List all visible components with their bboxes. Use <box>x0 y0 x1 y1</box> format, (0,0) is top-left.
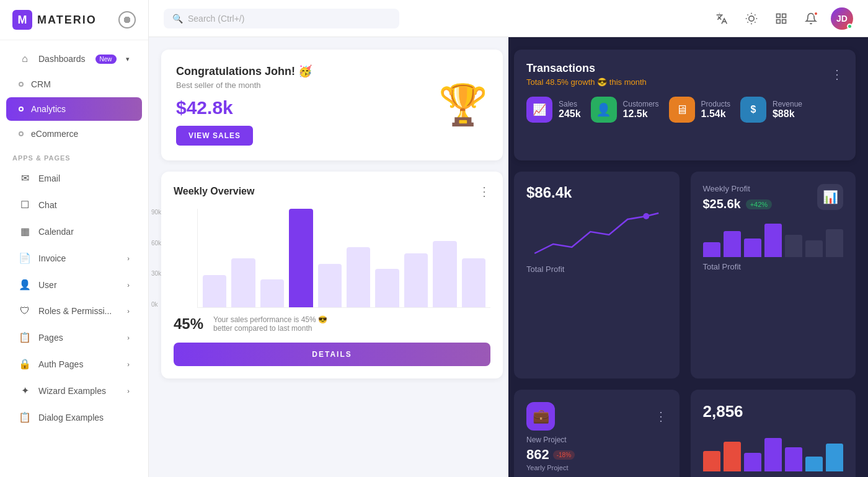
project-badge: -18% <box>553 450 575 460</box>
total-profit-sub-label: Total Profit <box>703 262 844 271</box>
sidebar-item-label: Calendar <box>38 227 74 237</box>
details-button[interactable]: DETAILS <box>174 343 490 366</box>
notification-icon[interactable] <box>801 9 821 28</box>
weekly-title: Weekly Overview <box>174 186 254 197</box>
stat-revenue-value: $88k <box>773 108 802 120</box>
svg-line-7 <box>748 22 748 22</box>
search-bar[interactable]: 🔍 Search (Ctrl+/) <box>164 9 399 28</box>
sidebar-item-label: Wizard Examples <box>38 386 106 396</box>
search-icon: 🔍 <box>172 14 183 24</box>
view-sales-button[interactable]: VIEW SALES <box>176 126 253 146</box>
bar-9 <box>433 241 456 307</box>
dashboard-grid: Congratulations John! 🥳 Best seller of t… <box>149 37 868 477</box>
sidebar-item-pages[interactable]: 📋 Pages › <box>6 325 142 350</box>
sidebar-item-email[interactable]: ✉ Email <box>6 165 142 191</box>
header-actions: JD <box>712 7 853 30</box>
grid-icon[interactable] <box>771 9 791 28</box>
weekly-profit-amount: $25.6k <box>703 197 741 211</box>
weekly-profit-badge: +42% <box>746 199 772 209</box>
sidebar-item-calendar[interactable]: ▦ Calendar <box>6 219 142 244</box>
profit-large-value: $86.4k <box>526 184 667 201</box>
sidebar-item-label: Dashboards <box>38 54 86 64</box>
sidebar-item-ecommerce[interactable]: eCommerce <box>6 122 142 146</box>
notification-badge <box>813 11 818 16</box>
lock-icon: 🔒 <box>19 358 31 370</box>
sidebar-item-auth[interactable]: 🔒 Auth Pages › <box>6 351 142 377</box>
shield-icon: 🛡 <box>19 305 31 317</box>
big-number-value: 2,856 <box>703 402 844 421</box>
wizard-icon: ✦ <box>19 385 31 396</box>
stat-revenue-label: Revenue <box>773 100 802 108</box>
svg-line-3 <box>748 14 748 15</box>
wp-bar-5 <box>785 235 802 257</box>
congrats-content: Congratulations John! 🥳 Best seller of t… <box>176 64 312 146</box>
chevron-right-icon: › <box>127 334 130 341</box>
transactions-title: Transactions <box>526 62 647 75</box>
new-project-card: 💼 ⋮ New Project 862 -18% Yearly Project <box>514 390 680 477</box>
bar-6 <box>347 247 370 307</box>
nb-bar-2 <box>724 442 741 471</box>
sidebar: M MATERIO ⏺ ⌂ Dashboards New ▾ CRM Analy… <box>0 0 149 477</box>
new-badge: New <box>95 55 117 64</box>
congrats-amount: $42.8k <box>176 97 312 118</box>
chevron-right-icon: › <box>127 307 130 315</box>
sidebar-item-user[interactable]: 👤 User › <box>6 272 142 297</box>
main-content: 🔍 Search (Ctrl+/) JD <box>149 0 868 477</box>
weekly-more-button[interactable]: ⋮ <box>478 184 490 199</box>
svg-line-4 <box>755 22 755 22</box>
sidebar-item-analytics[interactable]: Analytics <box>6 97 142 121</box>
briefcase-icon: 💼 <box>526 402 555 431</box>
sidebar-item-label: User <box>38 280 57 290</box>
sidebar-item-roles[interactable]: 🛡 Roles & Permissi... › <box>6 299 142 323</box>
bar-3 <box>260 279 284 307</box>
record-button[interactable]: ⏺ <box>118 11 136 28</box>
chevron-down-icon: ▾ <box>126 55 130 63</box>
sidebar-item-invoice[interactable]: 📄 Invoice › <box>6 245 142 271</box>
bar-8 <box>404 253 428 307</box>
chart-icon: 📊 <box>817 184 843 210</box>
avatar[interactable]: JD <box>831 7 853 30</box>
chevron-right-icon: › <box>127 387 130 395</box>
products-icon: 🖥 <box>669 97 695 123</box>
sidebar-item-wizard[interactable]: ✦ Wizard Examples › <box>6 378 142 403</box>
wp-bar-1 <box>703 242 720 257</box>
project-sub: Yearly Project <box>526 464 667 471</box>
weekly-overview-card: Weekly Overview ⋮ 90k 60k 30k 0k <box>161 172 503 379</box>
transactions-growth: Total 48.5% growth <box>526 77 597 87</box>
profit-label: Total Profit <box>526 265 667 274</box>
wp-bar-3 <box>744 239 761 257</box>
theme-icon[interactable] <box>742 9 761 28</box>
sidebar-item-crm[interactable]: CRM <box>6 72 142 96</box>
sidebar-item-label: eCommerce <box>31 129 78 139</box>
translate-icon[interactable] <box>712 9 732 28</box>
chat-icon: ☐ <box>19 199 31 211</box>
section-label-apps: APPS & PAGES <box>0 147 148 164</box>
svg-rect-11 <box>777 19 781 23</box>
chevron-right-icon: › <box>127 255 130 262</box>
stat-products: 🖥 Products 1.54k <box>669 97 730 123</box>
weekly-profit-card: Weekly Profit $25.6k +42% 📊 Total Profit <box>691 172 856 379</box>
sidebar-item-chat[interactable]: ☐ Chat <box>6 192 142 217</box>
sidebar-item-dashboards[interactable]: ⌂ Dashboards New ▾ <box>6 46 142 71</box>
project-label: New Project <box>526 435 667 444</box>
congrats-title: Congratulations John! 🥳 <box>176 64 312 78</box>
stat-customers-value: 12.5k <box>623 108 659 120</box>
user-icon: 👤 <box>19 279 31 291</box>
transactions-more-button[interactable]: ⋮ <box>831 67 843 82</box>
stat-revenue: $ Revenue $88k <box>740 97 802 123</box>
congrats-card: Congratulations John! 🥳 Best seller of t… <box>161 50 503 160</box>
dot-icon <box>19 131 24 136</box>
email-icon: ✉ <box>19 172 31 184</box>
sidebar-item-dialog[interactable]: 📋 Dialog Examples <box>6 405 142 430</box>
trophy-icon: 🏆 <box>438 82 488 128</box>
customers-icon: 👤 <box>591 97 617 123</box>
transactions-emoji: 😎 <box>597 77 607 87</box>
number-card: 2,856 <box>691 390 856 477</box>
online-indicator <box>847 24 852 29</box>
sidebar-item-label: Auth Pages <box>38 359 83 369</box>
revenue-icon: $ <box>740 97 766 123</box>
sidebar-item-label: CRM <box>31 79 51 89</box>
chart-y-labels: 90k 60k 30k 0k <box>151 209 161 308</box>
project-more-button[interactable]: ⋮ <box>655 409 667 424</box>
transactions-card: Transactions Total 48.5% growth 😎 this m… <box>514 50 856 160</box>
